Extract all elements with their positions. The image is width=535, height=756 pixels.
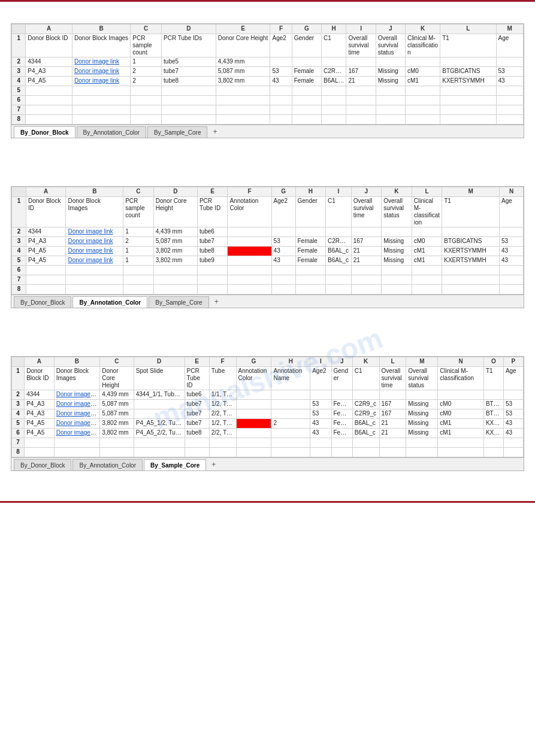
cell-b: Donor image link <box>54 419 100 429</box>
cell-f <box>228 256 271 266</box>
cell-n: 43 <box>500 247 524 256</box>
row-header-21: 1 <box>12 197 26 227</box>
cell-e: tube8 <box>197 247 228 256</box>
cell-c: 2 <box>123 237 154 247</box>
cell-k: B6AL_c <box>352 429 379 438</box>
cell-k: C2R9_c <box>352 400 379 409</box>
cell-g <box>236 400 271 409</box>
cell-l <box>440 57 496 67</box>
row-header: 5 <box>12 419 25 429</box>
cell-b: Donor image link <box>66 247 123 256</box>
t3-header-m: Overall survival status <box>406 367 438 390</box>
cell-h: Female <box>295 247 326 256</box>
cell-i: 43 <box>310 429 331 438</box>
cell-f <box>228 227 271 237</box>
cell-l <box>412 275 442 285</box>
cell-b <box>54 448 100 457</box>
cell-e <box>216 96 270 105</box>
col-header-L3: L <box>379 357 406 367</box>
cell-b <box>54 438 100 448</box>
col-header-E2: E <box>197 187 228 197</box>
cell-m <box>496 86 523 96</box>
cell-b <box>66 275 123 285</box>
t3-header-e: PCR Tube ID <box>185 367 209 390</box>
tab-by-annotation-color-3[interactable]: By_Annotation_Color <box>72 459 143 470</box>
tab-by-sample-core-1[interactable]: By_Sample_Core <box>147 126 207 138</box>
cell-h <box>271 448 310 457</box>
cell-k: Missing <box>382 247 412 256</box>
cell-g <box>271 227 295 237</box>
cell-j <box>331 438 352 448</box>
cell-d: P4_A5_1/2, Tube 8_22 <box>134 419 185 429</box>
cell-g <box>292 105 321 115</box>
cell-b: Donor image link <box>54 390 100 400</box>
col-header-D2: D <box>153 187 197 197</box>
cell-m: Missing <box>406 409 438 419</box>
cell-h <box>271 438 310 448</box>
tab-add-3[interactable]: + <box>207 459 220 470</box>
tab-by-donor-block-3[interactable]: By_Donor_Block <box>14 459 71 470</box>
tab-by-sample-core-2[interactable]: By_Sample_Core <box>149 296 208 308</box>
cell-o <box>483 390 503 400</box>
cell-b: Donor image link <box>72 57 131 67</box>
cell-d <box>162 115 216 125</box>
row-header: 2 <box>12 57 26 67</box>
tab-by-sample-core-3[interactable]: By_Sample_Core <box>144 459 206 470</box>
cell-h <box>322 86 346 96</box>
cell-d <box>162 96 216 105</box>
cell-b: Donor image link <box>66 227 123 237</box>
cell-k: Missing <box>382 237 412 247</box>
cell-l: cM1 <box>412 247 442 256</box>
table-row: 24344Donor image link14,439 mmtube6 <box>12 227 524 237</box>
cell-c: 1 <box>123 256 154 266</box>
col-header-D3: D <box>134 357 185 367</box>
t1-header-j: Overall survival status <box>376 34 405 57</box>
cell-k <box>382 285 412 294</box>
cell-o: BTGBICATNS <box>483 400 503 409</box>
cell-f <box>228 266 271 275</box>
cell-c: 5,087 mm <box>100 400 134 409</box>
tab-by-donor-block-2[interactable]: By_Donor_Block <box>14 296 71 308</box>
cell-m <box>442 227 500 237</box>
cell-i: 167 <box>346 67 376 77</box>
cell-a: P4_A5 <box>26 247 66 256</box>
cell-j: Female <box>331 429 352 438</box>
cell-d <box>162 86 216 96</box>
tab-bar-2: By_Donor_Block By_Annotation_Color By_Sa… <box>11 294 524 308</box>
t2-header-g: Age2 <box>271 197 295 227</box>
cell-h: Female <box>295 237 326 247</box>
sheet-table-2: A B C D E F G H I J K L M N <box>11 187 524 294</box>
t3-header-j: Gender <box>331 367 352 390</box>
cell-a: P4_A3 <box>26 237 66 247</box>
tab-add-1[interactable]: + <box>208 126 221 138</box>
cell-l <box>440 86 496 96</box>
cell-i: 21 <box>346 77 376 86</box>
row-header: 7 <box>12 105 26 115</box>
cell-h: 2 <box>271 419 310 429</box>
cell-i <box>310 448 331 457</box>
tab-add-2[interactable]: + <box>210 296 223 308</box>
t3-header-g: Annotation Color <box>236 367 271 390</box>
tab-by-annotation-color-2[interactable]: By_Annotation_Color <box>72 296 147 308</box>
col-header-G1: G <box>292 25 321 34</box>
cell-e <box>185 438 209 448</box>
cell-h <box>295 266 326 275</box>
t3-header-l: Overall survival time <box>379 367 406 390</box>
row-header: 2 <box>12 227 26 237</box>
cell-g: Female <box>292 67 321 77</box>
tab-by-annotation-color-1[interactable]: By_Annotation_Color <box>77 126 147 138</box>
corner-header-2 <box>12 187 26 197</box>
table-row: 5 <box>12 86 524 96</box>
t1-header-l: T1 <box>440 34 496 57</box>
table-row: 5P4_A5Donor image link3,802 mmP4_A5_1/2,… <box>12 419 524 429</box>
tab-by-donor-block-1[interactable]: By_Donor_Block <box>14 126 75 138</box>
cell-k: cM0 <box>405 67 440 77</box>
col-header-I2: I <box>326 187 352 197</box>
col-header-F2: F <box>228 187 271 197</box>
corner-header-3 <box>12 357 25 367</box>
cell-g: Female <box>292 77 321 86</box>
bottom-line <box>0 501 535 503</box>
cell-j: Missing <box>376 77 405 86</box>
cell-l: BTGBICATNS <box>440 67 496 77</box>
cell-m <box>442 275 500 285</box>
